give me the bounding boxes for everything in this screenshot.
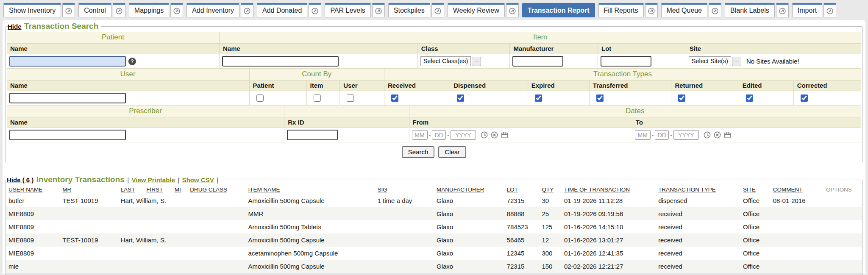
returned-checkbox[interactable] bbox=[678, 94, 685, 102]
cell-lot: 56465 bbox=[504, 233, 540, 247]
tab-fill-reports[interactable]: Fill Reports bbox=[598, 3, 644, 17]
no-sites-text: No Sites Available! bbox=[744, 58, 799, 65]
select-sites-ellipsis-button[interactable]: ... bbox=[732, 57, 741, 66]
cell-lot: 784523 bbox=[504, 220, 540, 233]
calendar-icon[interactable] bbox=[723, 131, 732, 139]
rx-id-input[interactable] bbox=[287, 130, 338, 140]
col-sig[interactable]: SIG bbox=[375, 184, 434, 194]
clear-date-icon[interactable] bbox=[713, 131, 721, 139]
edited-label: Edited bbox=[739, 81, 794, 91]
time-icon[interactable] bbox=[480, 131, 488, 139]
tab-par-levels-popup[interactable] bbox=[372, 3, 385, 17]
cell-comment: 08-01-2016 bbox=[771, 194, 823, 207]
view-printable-link[interactable]: View Printable bbox=[132, 176, 175, 183]
col-time[interactable]: TIME OF TRANSACTION bbox=[562, 184, 656, 194]
from-year-input[interactable] bbox=[451, 130, 476, 140]
to-month-input[interactable] bbox=[635, 130, 651, 140]
time-icon[interactable] bbox=[703, 131, 711, 139]
clear-date-icon[interactable] bbox=[490, 131, 498, 139]
lot-input[interactable] bbox=[601, 56, 651, 67]
transferred-checkbox[interactable] bbox=[596, 94, 604, 102]
tab-transaction-report[interactable]: Transaction Report bbox=[522, 3, 595, 17]
calendar-icon[interactable] bbox=[501, 131, 509, 139]
tab-add-donated[interactable]: Add Donated bbox=[257, 3, 307, 17]
tab-control-popup[interactable] bbox=[113, 3, 125, 17]
tab-import[interactable]: Import bbox=[792, 3, 822, 17]
count-by-item-label: Item bbox=[307, 81, 340, 91]
tab-par-levels[interactable]: PAR Levels bbox=[325, 3, 370, 17]
tab-show-inventory[interactable]: Show Inventory bbox=[3, 3, 61, 17]
clear-button[interactable]: Clear bbox=[438, 146, 466, 158]
col-mi[interactable]: MI bbox=[172, 184, 187, 194]
from-month-input[interactable] bbox=[412, 130, 428, 140]
patient-name-input[interactable] bbox=[9, 56, 126, 67]
count-by-item-checkbox[interactable] bbox=[314, 94, 321, 102]
hide-search-link[interactable]: Hide bbox=[8, 23, 22, 30]
hide-transactions-link[interactable]: Hide ( 6 ) bbox=[7, 176, 33, 183]
tab-mappings[interactable]: Mappings bbox=[129, 3, 169, 17]
tab-stockpiles[interactable]: Stockpiles bbox=[388, 3, 430, 17]
col-first[interactable]: FIRST bbox=[144, 184, 172, 194]
cell-time: 01-16-2026 13:01:27 bbox=[562, 233, 656, 247]
corrected-checkbox[interactable] bbox=[801, 94, 808, 102]
from-day-input[interactable] bbox=[432, 130, 446, 140]
select-sites-control[interactable]: Select Site(s) ... bbox=[689, 56, 741, 66]
tab-med-queue[interactable]: Med Queue bbox=[661, 3, 708, 17]
cell-qty: 300 bbox=[539, 247, 562, 260]
tab-show-inventory-popup[interactable] bbox=[62, 3, 75, 17]
inventory-transactions-legend: Hide ( 6 ) Inventory Transactions | View… bbox=[7, 175, 222, 184]
class-cell: Select Class(es) ... bbox=[418, 54, 510, 69]
expired-checkbox[interactable] bbox=[535, 94, 542, 102]
cell-user-name: butler bbox=[6, 194, 60, 207]
col-user-name[interactable]: USER NAME bbox=[6, 184, 60, 194]
tab-fill-reports-popup[interactable] bbox=[645, 3, 658, 17]
tab-control[interactable]: Control bbox=[78, 3, 111, 17]
search-button[interactable]: Search bbox=[402, 146, 435, 158]
manufacturer-input[interactable] bbox=[512, 56, 563, 67]
tab-weekly-review-popup[interactable] bbox=[506, 3, 519, 17]
col-drug-class[interactable]: DRUG CLASS bbox=[187, 184, 245, 194]
edited-checkbox[interactable] bbox=[746, 94, 753, 102]
col-last[interactable]: LAST bbox=[118, 184, 144, 194]
class-label: Class bbox=[418, 44, 510, 54]
tab-add-inventory-popup[interactable] bbox=[241, 3, 253, 17]
paging-status: DISPLAYING 1-6 / 6 bbox=[6, 273, 862, 275]
col-qty[interactable]: QTY bbox=[539, 184, 562, 194]
transaction-search-section: Hide Transaction Search Patient Item Nam… bbox=[5, 22, 863, 162]
count-by-item-cell bbox=[307, 91, 340, 106]
help-icon[interactable]: ? bbox=[128, 58, 136, 65]
show-csv-link[interactable]: Show CSV bbox=[182, 176, 214, 183]
to-year-input[interactable] bbox=[673, 130, 699, 140]
tab-add-inventory[interactable]: Add Inventory bbox=[186, 3, 239, 17]
col-item-name[interactable]: ITEM NAME bbox=[246, 184, 375, 194]
received-checkbox[interactable] bbox=[391, 94, 398, 102]
tab-stockpiles-popup[interactable] bbox=[431, 3, 444, 17]
cell-site: Office bbox=[740, 247, 771, 260]
tab-import-popup[interactable] bbox=[823, 3, 836, 17]
tab-weekly-review[interactable]: Weekly Review bbox=[448, 3, 505, 17]
tab-add-donated-popup[interactable] bbox=[309, 3, 321, 17]
col-lot[interactable]: LOT bbox=[504, 184, 540, 194]
to-date-group: - - bbox=[635, 130, 732, 140]
tab-mappings-popup[interactable] bbox=[170, 3, 183, 17]
prescriber-name-input[interactable] bbox=[9, 130, 126, 140]
item-name-input[interactable] bbox=[222, 56, 339, 67]
col-manufacturer[interactable]: MANUFACTURER bbox=[434, 184, 504, 194]
dispensed-checkbox[interactable] bbox=[457, 94, 464, 102]
tab-blank-labels-popup[interactable] bbox=[776, 3, 789, 17]
select-classes-ellipsis-button[interactable]: ... bbox=[472, 57, 481, 66]
col-type[interactable]: TRANSACTION TYPE bbox=[656, 184, 740, 194]
table-row: MIE8809 TEST-10019 Hart, William, S. Amo… bbox=[6, 233, 862, 247]
count-by-patient-checkbox[interactable] bbox=[256, 94, 264, 102]
cell-qty: 150 bbox=[539, 260, 562, 273]
col-mr[interactable]: MR bbox=[60, 184, 118, 194]
tab-med-queue-popup[interactable] bbox=[709, 3, 721, 17]
to-day-input[interactable] bbox=[655, 130, 669, 140]
from-label: From bbox=[409, 117, 632, 128]
user-name-input[interactable] bbox=[9, 93, 126, 103]
select-classes-control[interactable]: Select Class(es) ... bbox=[420, 56, 481, 66]
tab-blank-labels[interactable]: Blank Labels bbox=[725, 3, 775, 17]
col-site[interactable]: SITE bbox=[740, 184, 771, 194]
col-comment[interactable]: COMMENT bbox=[771, 184, 823, 194]
count-by-user-checkbox[interactable] bbox=[347, 94, 354, 102]
